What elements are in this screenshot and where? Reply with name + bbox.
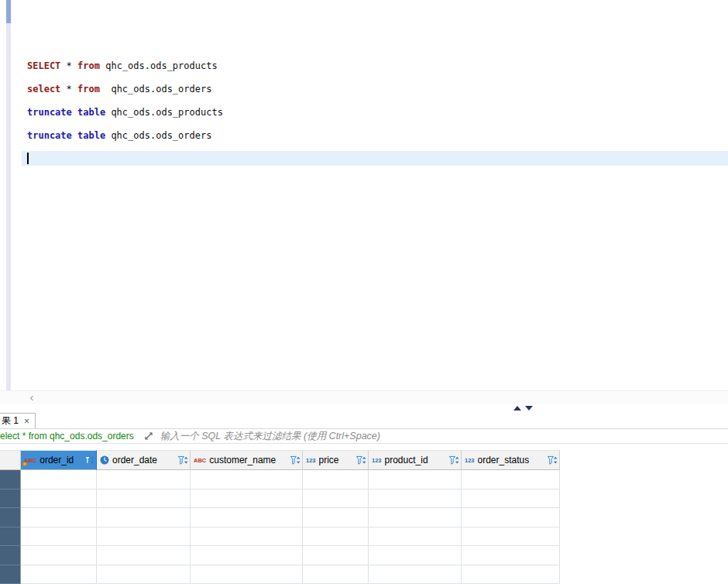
cell-customer_name[interactable] [191, 490, 303, 509]
cell-price[interactable] [303, 546, 369, 565]
results-tab-label: 果 1 [2, 414, 19, 428]
table-row [0, 508, 728, 527]
primary-key-dot-icon [22, 462, 27, 466]
sql-keyword: truncate [27, 107, 72, 118]
panel-splitter[interactable] [0, 404, 728, 413]
cell-order_id[interactable] [21, 470, 97, 490]
code-line[interactable]: truncate table qhc_ods.ods_orders [27, 124, 223, 147]
sql-editor[interactable]: SELECT * from qhc_ods.ods_productsselect… [0, 0, 728, 390]
cell-order_id[interactable] [21, 565, 97, 584]
column-header-order_date[interactable]: order_date [97, 450, 191, 470]
sql-keyword: truncate [27, 130, 72, 141]
cell-order_status[interactable] [462, 490, 560, 509]
cell-product_id[interactable] [369, 527, 462, 547]
cell-order_status[interactable] [462, 565, 560, 584]
column-header-product_id[interactable]: 123product_id [369, 450, 462, 470]
cell-price[interactable] [303, 470, 369, 490]
cell-order_date[interactable] [97, 546, 191, 565]
column-header-label: order_id [39, 455, 81, 465]
table-row [0, 527, 728, 547]
cell-product_id[interactable] [369, 546, 462, 565]
column-header-customer_name[interactable]: ABCcustomer_name [191, 450, 303, 470]
cell-customer_name[interactable] [191, 470, 303, 490]
cell-product_id[interactable] [369, 470, 462, 490]
cell-customer_name[interactable] [191, 565, 303, 584]
tab-close-icon[interactable]: × [24, 417, 29, 426]
cell-order_status[interactable] [462, 527, 560, 547]
column-header-order_id[interactable]: ABCorder_id [21, 450, 97, 470]
results-tab-bar: 果 1 × [0, 413, 728, 429]
table-row [0, 490, 728, 509]
filter-sort-icon[interactable] [178, 455, 188, 465]
code-line[interactable]: truncate table qhc_ods.ods_products [27, 101, 223, 124]
code-line[interactable]: SELECT * from qhc_ods.ods_products [27, 54, 223, 77]
open-filter-panel-icon[interactable] [143, 431, 154, 441]
filter-sort-icon[interactable] [548, 455, 558, 465]
column-header-order_status[interactable]: 123order_status [462, 450, 560, 470]
column-header-label: order_status [478, 455, 544, 465]
cell-product_id[interactable] [369, 565, 462, 584]
number-type-icon: 123 [306, 457, 316, 464]
cell-order_id[interactable] [21, 546, 97, 565]
column-header-label: order_date [112, 455, 175, 465]
collapse-up-icon[interactable] [513, 406, 521, 411]
grid-corner-cell[interactable] [0, 450, 21, 470]
column-header-price[interactable]: 123price [303, 450, 369, 470]
text-type-icon: ABC [194, 457, 206, 464]
row-header-cell[interactable] [0, 490, 21, 509]
sql-text: * [60, 60, 77, 71]
row-header-cell[interactable] [0, 546, 21, 565]
results-filter-bar: elect * from qhc_ods.ods_orders 输入一个 SQL… [0, 429, 728, 444]
row-header-cell[interactable] [0, 527, 21, 547]
cell-order_id[interactable] [21, 490, 97, 509]
sql-keyword: table [77, 130, 105, 141]
cell-product_id[interactable] [369, 508, 462, 527]
cell-price[interactable] [303, 527, 369, 547]
sql-keyword: table [77, 107, 105, 118]
sql-keyword: from [77, 60, 100, 71]
column-header-label: product_id [385, 455, 446, 465]
filter-query-text[interactable]: elect * from qhc_ods.ods_orders [0, 431, 134, 441]
cell-customer_name[interactable] [191, 508, 303, 527]
cell-order_id[interactable] [21, 527, 97, 547]
scroll-left-arrow-icon[interactable]: ‹ [26, 391, 37, 404]
grid-header: ABCorder_idorder_dateABCcustomer_name123… [0, 450, 728, 470]
filter-sort-icon[interactable] [84, 455, 94, 465]
sql-code[interactable]: SELECT * from qhc_ods.ods_productsselect… [27, 54, 223, 147]
sql-text: qhc_ods.ods_orders [105, 130, 211, 141]
filter-placeholder[interactable]: 输入一个 SQL 表达式来过滤结果 (使用 Ctrl+Space) [160, 430, 380, 443]
cell-price[interactable] [303, 508, 369, 527]
cell-price[interactable] [303, 490, 369, 509]
collapse-down-icon[interactable] [525, 406, 533, 411]
cell-order_date[interactable] [97, 527, 191, 547]
cell-order_date[interactable] [97, 490, 191, 509]
filter-sort-icon[interactable] [356, 455, 366, 465]
cell-order_status[interactable] [462, 508, 560, 527]
cell-customer_name[interactable] [191, 527, 303, 547]
row-header-cell[interactable] [0, 565, 21, 584]
cell-product_id[interactable] [369, 490, 462, 509]
editor-horizontal-scrollbar[interactable]: ‹ [0, 390, 728, 404]
row-header-cell[interactable] [0, 508, 21, 527]
filter-sort-icon[interactable] [290, 455, 300, 465]
cell-order_status[interactable] [462, 546, 560, 565]
cell-order_date[interactable] [97, 508, 191, 527]
column-header-label: price [319, 455, 353, 465]
results-grid[interactable]: ABCorder_idorder_dateABCcustomer_name123… [0, 450, 728, 584]
sql-text: qhc_ods.ods_products [100, 60, 218, 71]
filter-sort-icon[interactable] [449, 455, 459, 465]
cell-order_date[interactable] [97, 565, 191, 584]
cell-order_id[interactable] [21, 508, 97, 527]
cell-customer_name[interactable] [191, 546, 303, 565]
grid-body [0, 470, 728, 584]
results-tab[interactable]: 果 1 × [0, 413, 36, 428]
number-type-icon: 123 [465, 457, 475, 464]
sql-text: qhc_ods.ods_products [105, 107, 223, 118]
cell-price[interactable] [303, 565, 369, 584]
number-type-icon: 123 [372, 457, 382, 464]
row-header-cell[interactable] [0, 470, 21, 490]
column-header-label: customer_name [209, 455, 287, 465]
code-line[interactable]: select * from qhc_ods.ods_orders [27, 77, 223, 101]
cell-order_status[interactable] [462, 470, 560, 490]
cell-order_date[interactable] [97, 470, 191, 490]
